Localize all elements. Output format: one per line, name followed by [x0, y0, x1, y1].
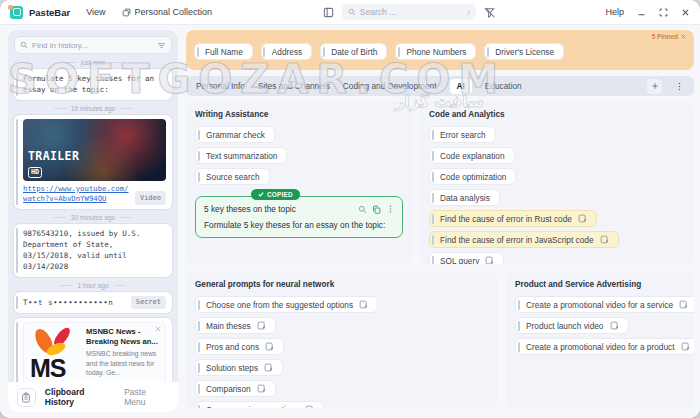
- clip-pill[interactable]: Common misconceptions: [195, 401, 324, 408]
- note-icon: [257, 384, 266, 393]
- filter-off-icon[interactable]: [484, 7, 495, 18]
- section-title: Code and Analytics: [429, 110, 685, 119]
- main-area: 5 Pinned Full Name Address Date of Birth…: [186, 30, 694, 412]
- search-input[interactable]: [360, 7, 464, 17]
- more-options-icon[interactable]: [386, 204, 395, 214]
- clip-pill[interactable]: Grammar check: [195, 126, 275, 143]
- clip-pill[interactable]: Find the cause of error in Rust code: [429, 210, 597, 227]
- app-window: PasteBar View Personal Collection /: [0, 0, 700, 418]
- clip-pill[interactable]: SQL query: [429, 252, 504, 264]
- pinned-clip[interactable]: Driver's License: [484, 43, 564, 60]
- help-menu[interactable]: Help: [605, 7, 624, 17]
- history-item-secret[interactable]: T••t s•••••••••••n Secret: [14, 292, 172, 314]
- clip-pill[interactable]: Find the cause of error in JavaScript co…: [429, 231, 619, 248]
- clip-pill[interactable]: Create a promotional video for a product: [515, 338, 694, 355]
- clip-label: Source search: [206, 172, 260, 182]
- history-search-input[interactable]: [32, 41, 153, 50]
- tab-clipboard-history[interactable]: Clipboard History: [45, 387, 115, 407]
- clip-pill[interactable]: Product launch video: [515, 317, 629, 334]
- maximize-icon[interactable]: [659, 8, 668, 17]
- video-thumbnail[interactable]: TRAILER HD: [23, 119, 166, 181]
- tab-education[interactable]: Education: [485, 81, 522, 91]
- tab-sites-and-channels[interactable]: Sites and Channels: [258, 81, 330, 91]
- tab-paste-menu[interactable]: Paste Menu: [124, 387, 169, 407]
- clip-pill[interactable]: Main theses: [195, 317, 276, 334]
- timestamp: 16 minutes ago: [14, 105, 172, 112]
- clip-pill[interactable]: Code explanation: [429, 147, 515, 164]
- history-item-text[interactable]: 9876543210, issued by U.S. Department of…: [14, 224, 172, 277]
- clip-pill[interactable]: Text summarization: [195, 147, 287, 164]
- copy-icon[interactable]: [372, 205, 381, 214]
- msnbc-logo-text: MS: [30, 359, 82, 377]
- search-icon[interactable]: [358, 205, 367, 214]
- note-icon: [681, 342, 690, 351]
- clip-label: Error search: [440, 130, 486, 140]
- section-title: Product and Service Advertising: [515, 280, 685, 289]
- link-preview-description: MSNBC breaking news and the latest news …: [86, 349, 161, 377]
- clip-pill[interactable]: Choose one from the suggested options: [195, 296, 378, 313]
- section-title: General prompts for neural network: [195, 280, 489, 289]
- timestamp: 30 minutes ago: [14, 214, 172, 221]
- close-icon[interactable]: [681, 8, 690, 17]
- pinned-clip-label: Phone Numbers: [406, 47, 466, 57]
- clip-pill[interactable]: Error search: [429, 126, 496, 143]
- content-area: just now Formulate 5 key theses for an e…: [0, 24, 700, 418]
- clip-label: Code explanation: [440, 151, 505, 161]
- note-icon: [485, 256, 494, 264]
- clip-label: Grammar check: [206, 130, 265, 140]
- history-search[interactable]: [14, 36, 172, 54]
- app-title: PasteBar: [29, 7, 70, 18]
- menu-view[interactable]: View: [86, 7, 105, 17]
- copied-clip-card[interactable]: COPIED 5 key theses on the topic: [195, 196, 403, 238]
- pinned-clip-label: Address: [272, 47, 302, 57]
- board-tabs: Personal Info Sites and Channels Coding …: [186, 76, 694, 96]
- clip-label: Code optimization: [440, 172, 506, 182]
- note-icon: [265, 342, 274, 351]
- check-icon: [258, 192, 264, 197]
- sidebar-footer: Clipboard History Paste Menu: [8, 382, 178, 412]
- clip-label: Product launch video: [526, 321, 604, 331]
- tab-menu-icon[interactable]: [675, 81, 684, 92]
- history-filter-icon[interactable]: [157, 41, 166, 50]
- clip-label: Text summarization: [206, 151, 277, 161]
- search-icon: [348, 8, 356, 16]
- pinned-clip[interactable]: Full Name: [194, 43, 253, 60]
- clip-label: Find the cause of error in Rust code: [440, 214, 572, 224]
- clip-pill[interactable]: Solution steps: [195, 359, 283, 376]
- panel-toggle-icon[interactable]: [323, 7, 334, 18]
- timestamp: just now: [14, 59, 172, 66]
- collection-selector[interactable]: Personal Collection: [122, 7, 213, 17]
- clip-pill[interactable]: Create a promotional video for a service: [515, 296, 694, 313]
- secret-badge: Secret: [131, 296, 166, 310]
- clip-label: Data analysis: [440, 193, 490, 203]
- clip-pill[interactable]: Code optimization: [429, 168, 516, 185]
- collection-label: Personal Collection: [135, 7, 213, 17]
- tab-coding-and-development[interactable]: Coding and Development: [343, 81, 437, 91]
- history-item-video[interactable]: TRAILER HD https://www.youtube.com/watch…: [14, 115, 172, 209]
- pastebar-logo-icon: [10, 6, 23, 19]
- board: Writing Assistance Grammar check Text su…: [186, 102, 694, 408]
- clip-pill[interactable]: Pros and cons: [195, 338, 284, 355]
- pinned-clip[interactable]: Address: [261, 43, 312, 60]
- clipboard-icon-button[interactable]: [17, 388, 36, 407]
- pinned-clip-label: Full Name: [205, 47, 243, 57]
- tab-ai[interactable]: AI: [450, 79, 472, 94]
- clip-pill[interactable]: Data analysis: [429, 189, 500, 206]
- pinned-clip[interactable]: Phone Numbers: [395, 43, 476, 60]
- clip-label: Find the cause of error in JavaScript co…: [440, 235, 594, 245]
- history-item-text[interactable]: Formulate 5 key theses for an essay on t…: [14, 69, 172, 100]
- clip-pill[interactable]: Comparison: [195, 380, 276, 397]
- timestamp: 1 hour ago: [14, 282, 172, 289]
- pinned-close-icon[interactable]: [681, 34, 686, 39]
- minimize-icon[interactable]: [637, 8, 646, 17]
- search-shortcut-hint: /: [468, 8, 470, 17]
- add-tab-button[interactable]: [647, 79, 662, 94]
- section-general-prompts: General prompts for neural network Choos…: [186, 272, 498, 408]
- pinned-clip[interactable]: Date of Birth: [320, 43, 387, 60]
- video-link[interactable]: https://www.youtube.com/watch?v=AbvDnYW9…: [23, 184, 131, 205]
- tab-personal-info[interactable]: Personal Info: [196, 81, 245, 91]
- close-icon[interactable]: [155, 326, 161, 332]
- global-search[interactable]: /: [342, 4, 476, 20]
- section-code-and-analytics: Code and Analytics Error search Code exp…: [420, 102, 694, 264]
- clip-pill[interactable]: Source search: [195, 168, 270, 185]
